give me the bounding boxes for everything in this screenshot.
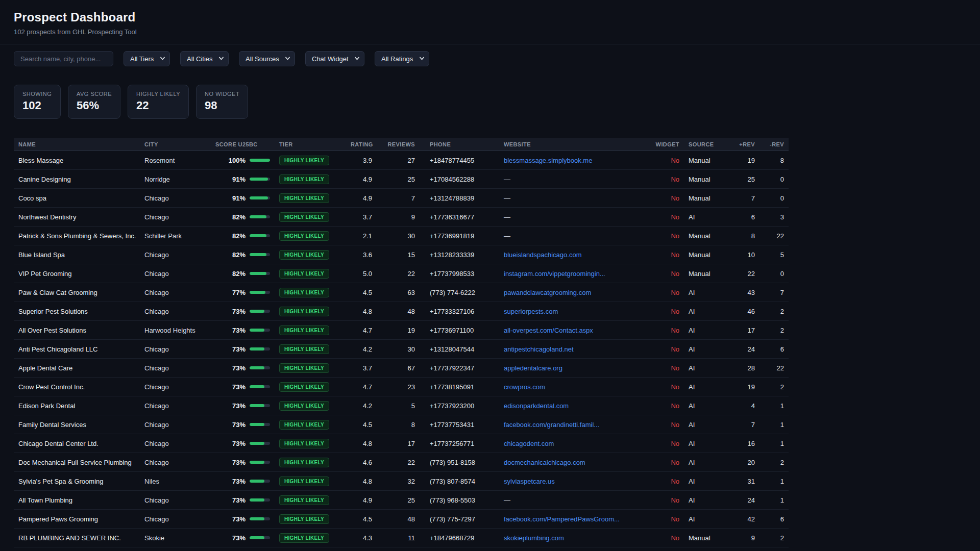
prospect-city: Chicago <box>140 194 211 202</box>
rating-value: 4.6 <box>346 459 377 466</box>
positive-reviews: 31 <box>730 478 760 485</box>
phone-number: +17736971100 <box>420 327 499 334</box>
score-cell: 73% <box>211 478 275 485</box>
website-link[interactable]: skokieplumbing.com <box>504 534 564 542</box>
score-value: 73% <box>232 421 246 429</box>
source-filter-select[interactable]: All Sources <box>239 51 295 66</box>
prospect-city: Skokie <box>140 534 211 542</box>
prospect-city: Chicago <box>140 383 211 391</box>
table-row: Apple Dental Care Chicago 73% HIGHLY LIK… <box>14 359 789 378</box>
prospect-city: Rosemont <box>140 157 211 164</box>
rating-value: 4.5 <box>346 421 377 429</box>
phone-number: +17736316677 <box>420 213 499 221</box>
website-link[interactable]: chicagodent.com <box>504 440 554 447</box>
website-link[interactable]: facebook.com/grandinetti.famil... <box>504 421 599 429</box>
search-input[interactable] <box>14 51 113 66</box>
stat-card-avg-score: AVG SCORE 56% <box>68 85 120 119</box>
score-bar <box>250 480 270 483</box>
column-header-neg-rev[interactable]: -REV <box>760 141 789 147</box>
prospect-name: Edison Park Dental <box>14 402 140 410</box>
score-bar <box>250 442 270 445</box>
prospect-city: Chicago <box>140 308 211 315</box>
negative-reviews: 1 <box>760 402 789 410</box>
website-link[interactable]: antipestchicagoland.net <box>504 345 574 353</box>
website-link[interactable]: pawandclawcatgrooming.com <box>504 289 591 296</box>
rating-value: 4.8 <box>346 478 377 485</box>
website-link[interactable]: edisonparkdental.com <box>504 402 569 410</box>
positive-reviews: 46 <box>730 308 760 315</box>
tier-cell: HIGHLY LIKELY <box>275 533 346 543</box>
tier-cell: HIGHLY LIKELY <box>275 174 346 184</box>
column-header-rating[interactable]: RATING <box>346 141 377 147</box>
column-header-score[interactable]: SCORE U25BC <box>211 141 275 147</box>
tier-filter-select[interactable]: All Tiers <box>124 51 170 66</box>
source-value: AI <box>684 289 730 296</box>
widget-status: No <box>648 251 684 259</box>
column-header-pos-rev[interactable]: +REV <box>730 141 760 147</box>
score-cell: 73% <box>211 496 275 504</box>
phone-number: +17737923200 <box>420 402 499 410</box>
column-header-source[interactable]: SOURCE <box>684 141 730 147</box>
column-header-name[interactable]: NAME <box>14 141 140 147</box>
positive-reviews: 43 <box>730 289 760 296</box>
reviews-count: 9 <box>377 213 420 221</box>
tier-badge: HIGHLY LIKELY <box>279 363 329 373</box>
website-link[interactable]: instagram.com/vippetgroomingin... <box>504 270 605 278</box>
table-row: Superior Pest Solutions Chicago 73% HIGH… <box>14 302 789 321</box>
tier-badge: HIGHLY LIKELY <box>279 420 329 430</box>
negative-reviews: 1 <box>760 478 789 485</box>
column-header-phone[interactable]: PHONE <box>420 141 499 147</box>
tier-cell: HIGHLY LIKELY <box>275 401 346 411</box>
score-bar-fill <box>250 517 264 520</box>
website-link[interactable]: docmechanicalchicago.com <box>504 459 585 466</box>
score-value: 82% <box>232 232 246 240</box>
column-header-city[interactable]: CITY <box>140 141 211 147</box>
score-bar-fill <box>250 442 264 445</box>
stat-card-no-widget: NO WIDGET 98 <box>196 85 248 119</box>
website-cell: facebook.com/PamperedPawsGroom... <box>499 515 648 523</box>
score-cell: 73% <box>211 308 275 315</box>
column-header-website[interactable]: WEBSITE <box>499 141 648 147</box>
column-header-tier[interactable]: TIER <box>275 141 346 147</box>
rating-filter-select[interactable]: All Ratings <box>375 51 429 66</box>
widget-status: No <box>648 270 684 278</box>
website-link[interactable]: blueislandspachicago.com <box>504 251 581 259</box>
tier-badge: HIGHLY LIKELY <box>279 288 329 297</box>
phone-number: +13124788839 <box>420 194 499 202</box>
website-link[interactable]: appledentalcare.org <box>504 364 562 372</box>
column-header-reviews[interactable]: REVIEWS <box>377 141 420 147</box>
score-bar <box>250 234 270 237</box>
website-link[interactable]: crowpros.com <box>504 383 545 391</box>
widget-status: No <box>648 534 684 542</box>
website-link: — <box>504 213 510 221</box>
website-link[interactable]: superiorpests.com <box>504 308 558 315</box>
source-value: AI <box>684 383 730 391</box>
prospect-name: Crow Pest Control Inc. <box>14 383 140 391</box>
city-filter-select[interactable]: All Cities <box>180 51 229 66</box>
score-bar <box>250 517 270 520</box>
column-header-widget[interactable]: WIDGET <box>648 141 684 147</box>
rating-value: 3.6 <box>346 251 377 259</box>
widget-status: No <box>648 176 684 183</box>
table-row: Doc Mechanical Full Service Plumbing Chi… <box>14 453 789 472</box>
score-bar <box>250 536 270 539</box>
score-value: 82% <box>232 251 246 259</box>
website-link[interactable]: blessmassage.simplybook.me <box>504 157 592 164</box>
tier-badge: HIGHLY LIKELY <box>279 156 329 165</box>
table-row: VIP Pet Grooming Chicago 82% HIGHLY LIKE… <box>14 264 789 283</box>
table-row: Pampered Paws Grooming Chicago 73% HIGHL… <box>14 510 789 529</box>
website-link[interactable]: sylviaspetcare.us <box>504 478 555 485</box>
negative-reviews: 0 <box>760 176 789 183</box>
website-link[interactable]: all-overpest.com/Contact.aspx <box>504 327 593 334</box>
source-value: Manual <box>684 194 730 202</box>
tier-cell: HIGHLY LIKELY <box>275 325 346 335</box>
table-row: Crow Pest Control Inc. Chicago 73% HIGHL… <box>14 378 789 396</box>
website-link[interactable]: facebook.com/PamperedPawsGroom... <box>504 515 620 523</box>
website-cell: superiorpests.com <box>499 308 648 315</box>
prospect-name: Superior Pest Solutions <box>14 308 140 315</box>
widget-filter-select[interactable]: Chat Widget <box>305 51 364 66</box>
tier-badge: HIGHLY LIKELY <box>279 325 329 335</box>
score-bar-fill <box>250 366 264 369</box>
rating-value: 4.3 <box>346 534 377 542</box>
rating-value: 4.5 <box>346 289 377 296</box>
